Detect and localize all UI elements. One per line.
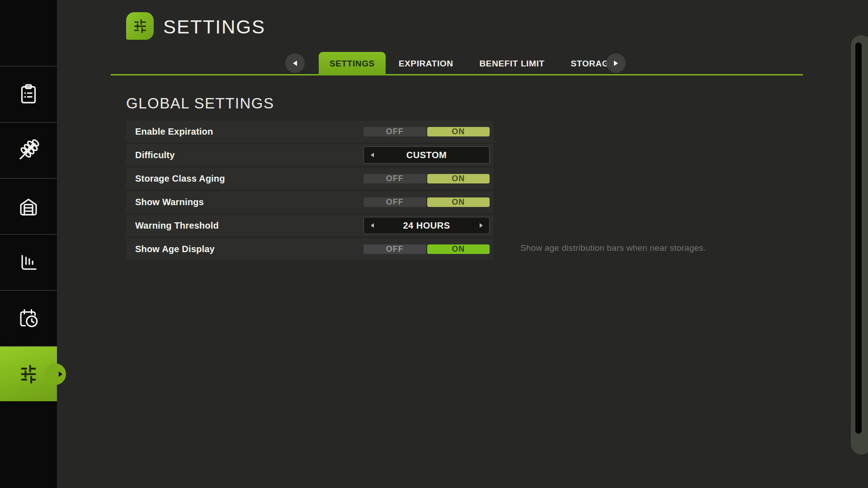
setting-label: Difficulty (135, 150, 175, 160)
arrow-right-icon (480, 223, 483, 228)
selector-value: 24 HOURS (364, 221, 489, 231)
toggle-show-warnings: OFF ON (363, 194, 490, 210)
sidebar-item-storage[interactable] (0, 178, 57, 235)
scrollbar-thumb[interactable] (855, 42, 862, 434)
arrow-right-icon (614, 61, 618, 66)
arrow-left-icon (371, 223, 374, 228)
toggle-on-button[interactable]: ON (427, 197, 490, 207)
page-title: SETTINGS (163, 16, 265, 38)
toggle-off-button[interactable]: OFF (363, 127, 426, 136)
sidebar-item-overview[interactable] (0, 66, 57, 122)
setting-row-enable-expiration[interactable]: Enable Expiration OFF ON (126, 121, 494, 142)
selector-prev-button[interactable] (369, 223, 375, 228)
settings-app-icon (126, 12, 154, 40)
setting-label: Warning Threshold (135, 221, 219, 231)
toggle-off-button[interactable]: OFF (363, 197, 426, 207)
selector-value: CUSTOM (364, 150, 489, 160)
setting-row-storage-class-aging[interactable]: Storage Class Aging OFF ON (126, 168, 494, 189)
toggle-on-button[interactable]: ON (427, 244, 490, 254)
selector-warning-threshold: 24 HOURS (363, 217, 490, 234)
wheat-icon (15, 137, 42, 164)
sidebar-spacer (0, 0, 57, 66)
toggle-enable-expiration: OFF ON (363, 124, 490, 139)
settings-rows: Enable Expiration OFF ON Difficulty CUST… (126, 121, 494, 262)
toggle-show-age-display: OFF ON (363, 241, 490, 257)
tab-bar: SETTINGS EXPIRATION BENEFIT LIMIT STORAG… (111, 52, 803, 75)
sliders-icon (131, 17, 149, 35)
sidebar-item-statistics[interactable] (0, 235, 57, 291)
toggle-on-button[interactable]: ON (427, 127, 490, 136)
arrow-left-icon (371, 153, 374, 157)
tabs-next-button[interactable] (606, 53, 626, 73)
sidebar-item-settings[interactable] (0, 347, 57, 401)
sliders-icon (15, 361, 42, 387)
setting-row-warning-threshold[interactable]: Warning Threshold 24 HOURS (126, 215, 494, 236)
selector-difficulty: CUSTOM (363, 146, 490, 164)
selector-prev-button[interactable] (369, 152, 375, 158)
tab-expiration[interactable]: EXPIRATION (386, 52, 467, 75)
setting-label: Storage Class Aging (135, 174, 225, 184)
tab-benefit-limit[interactable]: BENEFIT LIMIT (467, 52, 558, 75)
scrollbar-track (851, 35, 868, 455)
tab-settings[interactable]: SETTINGS (319, 52, 386, 75)
calendar-clock-icon (15, 305, 42, 332)
toggle-off-button[interactable]: OFF (363, 174, 426, 183)
setting-row-show-age-display[interactable]: Show Age Display OFF ON (126, 238, 494, 260)
active-pointer-icon (59, 371, 62, 377)
toggle-on-button[interactable]: ON (427, 174, 490, 183)
section-title: GLOBAL SETTINGS (126, 95, 274, 112)
setting-label: Enable Expiration (135, 127, 213, 137)
setting-help-text: Show age distribution bars when near sto… (520, 243, 706, 253)
sidebar (0, 0, 57, 488)
setting-row-difficulty[interactable]: Difficulty CUSTOM (126, 144, 494, 166)
toggle-storage-class-aging: OFF ON (363, 171, 490, 186)
clipboard-list-icon (15, 81, 42, 108)
sidebar-item-schedule[interactable] (0, 291, 57, 347)
tabs-prev-button[interactable] (285, 53, 305, 73)
selector-next-button[interactable] (478, 223, 484, 228)
toggle-off-button[interactable]: OFF (363, 244, 426, 254)
barn-icon (15, 193, 42, 220)
setting-label: Show Warnings (135, 197, 204, 207)
setting-label: Show Age Display (135, 244, 215, 254)
sidebar-item-crops[interactable] (0, 122, 57, 178)
tabs: SETTINGS EXPIRATION BENEFIT LIMIT STORAG… (319, 52, 628, 75)
arrow-left-icon (293, 61, 297, 66)
bar-chart-icon (15, 249, 42, 276)
setting-row-show-warnings[interactable]: Show Warnings OFF ON (126, 191, 494, 213)
